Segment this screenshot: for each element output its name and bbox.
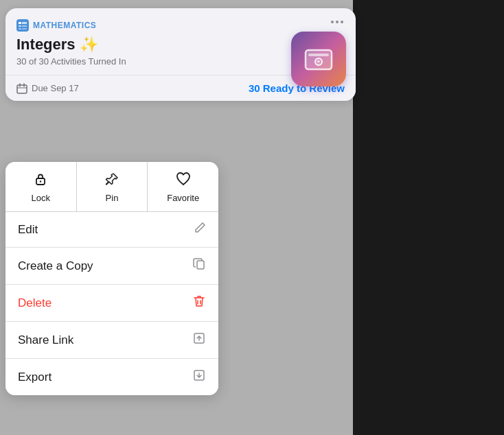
svg-rect-17 xyxy=(197,261,204,269)
export-icon xyxy=(192,368,206,386)
svg-point-16 xyxy=(40,180,41,182)
pin-button[interactable]: Pin xyxy=(77,162,148,211)
delete-menu-item[interactable]: Delete xyxy=(5,285,218,322)
assignment-card: MATHEMATICS Integers ✨ 30 of 30 Activiti… xyxy=(5,8,356,101)
share-link-label: Share Link xyxy=(18,333,73,347)
create-copy-label: Create a Copy xyxy=(18,259,93,273)
svg-rect-1 xyxy=(19,22,21,24)
export-menu-item[interactable]: Export xyxy=(5,359,218,395)
share-icon xyxy=(192,331,206,349)
dot xyxy=(341,21,343,23)
edit-menu-item[interactable]: Edit xyxy=(5,212,218,248)
share-link-menu-item[interactable]: Share Link xyxy=(5,322,218,359)
create-copy-menu-item[interactable]: Create a Copy xyxy=(5,248,218,285)
dark-background xyxy=(353,0,504,435)
svg-rect-4 xyxy=(22,25,27,27)
export-label: Export xyxy=(18,371,51,384)
edit-icon xyxy=(194,222,206,237)
assignment-icon-svg xyxy=(301,42,336,76)
calendar-icon xyxy=(16,83,27,94)
dot xyxy=(336,21,339,23)
due-date: Due Sep 17 xyxy=(16,83,79,94)
delete-label: Delete xyxy=(18,296,51,310)
card-icon-area xyxy=(291,18,346,86)
lock-icon xyxy=(33,172,48,189)
svg-rect-5 xyxy=(19,28,21,30)
subject-label: MATHEMATICS xyxy=(33,21,96,30)
svg-rect-11 xyxy=(17,85,27,93)
pin-icon xyxy=(104,172,119,189)
favorite-label: Favorite xyxy=(167,193,199,203)
assignment-thumbnail xyxy=(291,32,346,86)
svg-rect-2 xyxy=(22,22,27,24)
dot xyxy=(331,21,334,23)
due-date-text: Due Sep 17 xyxy=(32,83,79,93)
copy-icon xyxy=(192,257,206,274)
trash-icon xyxy=(192,294,206,311)
pin-label: Pin xyxy=(106,193,119,203)
more-options-button[interactable] xyxy=(328,18,346,26)
lock-label: Lock xyxy=(32,193,50,203)
svg-rect-6 xyxy=(22,28,27,30)
lock-button[interactable]: Lock xyxy=(5,162,77,211)
favorite-button[interactable]: Favorite xyxy=(148,162,218,211)
svg-rect-8 xyxy=(308,54,329,56)
favorite-icon xyxy=(176,172,191,189)
svg-rect-3 xyxy=(19,25,21,27)
edit-label: Edit xyxy=(18,223,38,237)
quick-action-buttons: Lock Pin Favorite xyxy=(5,162,218,212)
card-header: MATHEMATICS Integers ✨ 30 of 30 Activiti… xyxy=(5,8,356,75)
context-menu: Lock Pin Favorite Edit xyxy=(5,162,218,395)
subject-icon xyxy=(16,19,29,32)
